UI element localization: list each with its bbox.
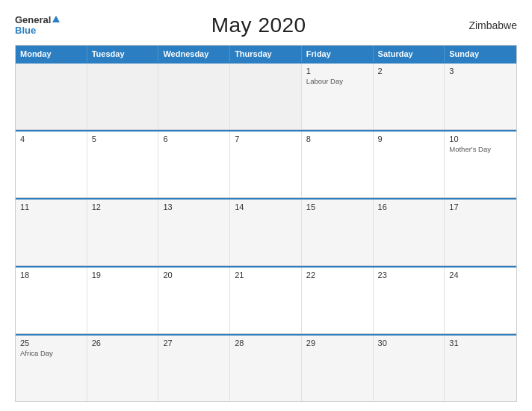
day-number: 10 (449, 135, 512, 143)
holiday-label: Mother's Day (449, 145, 512, 153)
day-number: 2 (378, 67, 440, 75)
day-number: 6 (163, 135, 225, 143)
holiday-label: Labour Day (306, 77, 368, 85)
cal-cell: 18 (16, 268, 87, 333)
cal-cell: 17 (445, 200, 516, 265)
day-number: 8 (306, 135, 368, 143)
cal-cell: 7 (230, 132, 302, 197)
cal-cell: 12 (87, 200, 159, 265)
header-wednesday: Wednesday (158, 46, 230, 62)
day-number: 31 (449, 339, 512, 347)
header-thursday: Thursday (230, 46, 302, 62)
cal-cell: 21 (230, 268, 302, 333)
cal-cell: 1Labour Day (302, 64, 374, 129)
cal-cell: 2 (374, 64, 445, 129)
cal-cell: 9 (374, 132, 445, 197)
cal-cell: 31 (445, 336, 516, 401)
day-number: 7 (235, 135, 297, 143)
calendar-row-3: 11121314151617 (16, 198, 516, 266)
page-header: General Blue May 2020 Zimbabwe (15, 13, 517, 37)
cal-cell: 14 (230, 200, 302, 265)
cal-cell (87, 64, 159, 129)
calendar-row-1: 1Labour Day23 (16, 62, 516, 130)
day-number: 28 (235, 339, 297, 347)
cal-cell: 4 (16, 132, 87, 197)
cal-cell: 19 (87, 268, 159, 333)
cal-cell: 15 (302, 200, 374, 265)
day-number: 16 (378, 203, 440, 211)
cal-cell: 16 (374, 200, 445, 265)
cal-cell: 25Africa Day (16, 336, 87, 401)
cal-cell: 22 (302, 268, 374, 333)
header-saturday: Saturday (374, 46, 445, 62)
day-number: 21 (235, 271, 297, 279)
header-sunday: Sunday (445, 46, 516, 62)
cal-cell: 20 (158, 268, 230, 333)
calendar-grid: Monday Tuesday Wednesday Thursday Friday… (15, 45, 517, 402)
day-number: 24 (449, 271, 512, 279)
day-number: 5 (92, 135, 154, 143)
cal-cell: 24 (445, 268, 516, 333)
cal-cell: 5 (87, 132, 159, 197)
day-number: 18 (20, 271, 82, 279)
day-number: 27 (163, 339, 225, 347)
logo-block: General Blue (15, 15, 60, 37)
day-number: 14 (235, 203, 297, 211)
day-number: 11 (20, 203, 82, 211)
cal-cell (158, 64, 230, 129)
logo-blue-text: Blue (15, 25, 60, 36)
cal-cell: 26 (87, 336, 159, 401)
cal-cell: 6 (158, 132, 230, 197)
cal-cell: 30 (374, 336, 445, 401)
cal-cell (230, 64, 302, 129)
day-number: 3 (449, 67, 512, 75)
header-tuesday: Tuesday (87, 46, 159, 62)
logo: General Blue (15, 15, 60, 37)
holiday-label: Africa Day (20, 349, 82, 357)
cal-cell: 3 (445, 64, 516, 129)
day-number: 17 (449, 203, 512, 211)
day-number: 15 (306, 203, 368, 211)
day-number: 1 (306, 67, 368, 75)
cal-cell: 29 (302, 336, 374, 401)
day-number: 30 (378, 339, 440, 347)
day-number: 19 (92, 271, 154, 279)
day-number: 9 (378, 135, 440, 143)
calendar-title: May 2020 (211, 13, 306, 37)
day-number: 23 (378, 271, 440, 279)
day-number: 29 (306, 339, 368, 347)
logo-triangle-icon (52, 16, 60, 22)
header-monday: Monday (16, 46, 87, 62)
calendar-row-2: 45678910Mother's Day (16, 130, 516, 198)
day-number: 13 (163, 203, 225, 211)
cal-cell: 8 (302, 132, 374, 197)
day-number: 20 (163, 271, 225, 279)
day-number: 25 (20, 339, 82, 347)
cal-cell: 11 (16, 200, 87, 265)
cal-cell: 23 (374, 268, 445, 333)
logo-general-text: General (15, 15, 51, 25)
calendar-row-5: 25Africa Day262728293031 (16, 334, 516, 401)
day-number: 26 (92, 339, 154, 347)
day-number: 12 (92, 203, 154, 211)
cal-cell: 28 (230, 336, 302, 401)
day-number: 22 (306, 271, 368, 279)
calendar-row-4: 18192021222324 (16, 266, 516, 334)
country-label: Zimbabwe (457, 19, 517, 31)
cal-cell (16, 64, 87, 129)
calendar-page: General Blue May 2020 Zimbabwe Monday Tu… (0, 0, 532, 411)
cal-cell: 13 (158, 200, 230, 265)
header-friday: Friday (302, 46, 374, 62)
cal-cell: 27 (158, 336, 230, 401)
cal-cell: 10Mother's Day (445, 132, 516, 197)
calendar-header-row: Monday Tuesday Wednesday Thursday Friday… (16, 46, 516, 62)
calendar-body: 1Labour Day2345678910Mother's Day1112131… (16, 62, 516, 401)
day-number: 4 (20, 135, 82, 143)
